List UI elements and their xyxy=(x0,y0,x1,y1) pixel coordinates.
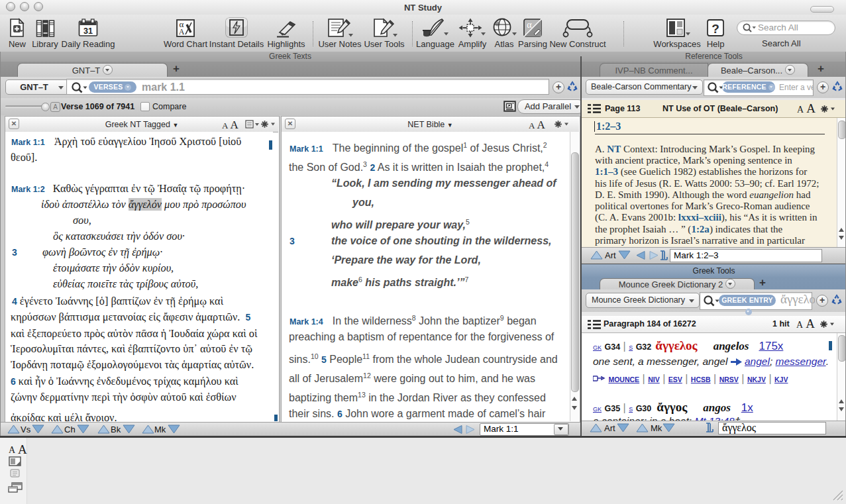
svg-text:α: α xyxy=(527,20,532,30)
svg-text:A: A xyxy=(179,27,185,36)
svg-text:31: 31 xyxy=(83,26,93,36)
svg-text:?: ? xyxy=(712,22,719,36)
